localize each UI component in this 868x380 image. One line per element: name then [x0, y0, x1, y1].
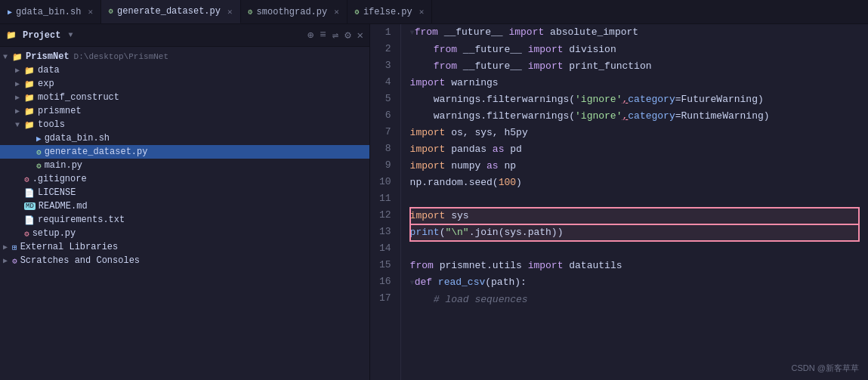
generate-file-icon: ⚙ [36, 147, 42, 157]
generate-label: generate_dataset.py [45, 147, 148, 157]
tree-item-gitignore[interactable]: ▶ ⚙ .gitignore [0, 172, 369, 186]
dropdown-arrow-icon: ▼ [68, 31, 73, 39]
tab-close-smooth[interactable]: ✕ [334, 7, 339, 17]
tab-close-generate[interactable]: ✕ [227, 7, 233, 17]
tree-item-prismnet-pkg[interactable]: ▶ 📁 prismnet [0, 104, 369, 118]
folder-icon-header: 📁 [6, 30, 17, 40]
ln-1: 1 [376, 24, 394, 41]
line-numbers: 1 2 3 4 5 6 7 8 9 10 11 12 13 14 15 16 1 [370, 24, 401, 380]
tab-close-gdata[interactable]: ✕ [88, 7, 93, 17]
exp-label: exp [38, 79, 54, 89]
py-file-icon-active: ⚙ [109, 7, 113, 16]
license-label: LICENSE [38, 187, 76, 198]
tree-item-external[interactable]: ▶ ⊞ External Libraries [0, 240, 369, 254]
code-line-4: import warnings [410, 75, 859, 91]
sidebar-title: Project [23, 30, 60, 41]
sidebar-tree: ▼ 📁 PrismNet D:\desktop\PrismNet ▶ 📁 dat… [0, 47, 369, 380]
code-line-2: from __future__ import division [410, 42, 859, 58]
code-line-11 [410, 191, 859, 208]
ln-4: 4 [376, 74, 394, 91]
tree-item-data[interactable]: ▶ 📁 data [0, 63, 369, 77]
sidebar-settings-icon[interactable]: ⚙ [344, 29, 351, 42]
prismnet-folder-icon: 📁 [12, 52, 23, 62]
tab-label-ifelse: ifelse.py [363, 7, 412, 17]
code-content[interactable]: 1 2 3 4 5 6 7 8 9 10 11 12 13 14 15 16 1 [370, 24, 868, 380]
code-line-15: from prismnet.utils import datautils [410, 258, 859, 274]
license-file-icon: 📄 [24, 188, 35, 198]
code-line-17: # load sequences [410, 292, 859, 308]
code-line-14 [410, 241, 859, 258]
tree-item-prismnet[interactable]: ▼ 📁 PrismNet D:\desktop\PrismNet [0, 50, 369, 63]
tree-item-requirements[interactable]: ▶ 📄 requirements.txt [0, 213, 369, 227]
tab-generate-dataset[interactable]: ⚙ generate_dataset.py ✕ [101, 0, 240, 23]
code-line-5: warnings.filterwarnings('ignore',categor… [410, 91, 859, 108]
tree-item-gdata-bin[interactable]: ▶ ▶ gdata_bin.sh [0, 131, 369, 145]
prismnet-pkg-folder-icon: 📁 [24, 107, 35, 116]
py-file-icon-ifelse: ⚙ [355, 8, 360, 17]
tab-bar: ▶ gdata_bin.sh ✕ ⚙ generate_dataset.py ✕… [0, 0, 868, 24]
ext-expand-arrow: ▶ [3, 243, 12, 252]
ln-7: 7 [376, 124, 394, 141]
code-line-6: warnings.filterwarnings('ignore',categor… [410, 108, 859, 125]
exp-folder-icon: 📁 [24, 79, 35, 89]
sidebar-locate-icon[interactable]: ⊕ [307, 29, 314, 42]
tree-item-readme[interactable]: ▶ MD README.md [0, 199, 369, 213]
ln-10: 10 [376, 174, 394, 190]
ln-5: 5 [376, 91, 394, 107]
gdata-label: gdata_bin.sh [45, 133, 110, 144]
code-line-12: import sys [410, 208, 859, 224]
sh-file-icon: ▶ [8, 8, 12, 17]
setup-file-icon: ⚙ [24, 229, 29, 239]
ln-14: 14 [376, 240, 394, 257]
ext-library-icon: ⊞ [12, 243, 17, 252]
tab-gdata-bin[interactable]: ▶ gdata_bin.sh ✕ [0, 0, 101, 23]
scratches-icon: ⚙ [12, 256, 17, 266]
readme-file-icon: MD [24, 202, 36, 210]
tab-label-smooth: smoothgrad.py [257, 7, 328, 17]
main-py-label: main.py [45, 160, 82, 171]
sidebar-expand-icon[interactable]: ⇌ [332, 29, 338, 42]
tree-item-main-py[interactable]: ▶ ⚙ main.py [0, 159, 369, 172]
ln-16: 16 [376, 273, 394, 290]
setup-label: setup.py [32, 228, 76, 239]
tab-label-gdata: gdata_bin.sh [16, 7, 81, 17]
external-label: External Libraries [20, 242, 119, 252]
prismnet-pkg-label: prismnet [38, 106, 82, 116]
py-file-icon-smooth: ⚙ [249, 8, 253, 17]
code-line-7: import os, sys, h5py [410, 125, 859, 141]
prismnet-label: PrismNet [26, 51, 70, 62]
tree-item-generate-dataset[interactable]: ▶ ⚙ generate_dataset.py [0, 145, 369, 159]
gitignore-label: .gitignore [32, 174, 87, 184]
code-line-10: np.random.seed(100) [410, 175, 859, 191]
requirements-label: requirements.txt [38, 215, 125, 225]
tab-smoothgrad[interactable]: ⚙ smoothgrad.py ✕ [241, 0, 348, 23]
tab-close-ifelse[interactable]: ✕ [419, 7, 425, 17]
ln-13: 13 [376, 224, 394, 240]
git-file-icon: ⚙ [24, 175, 29, 184]
tree-item-setup[interactable]: ▶ ⚙ setup.py [0, 227, 369, 240]
code-line-1: ▼from __future__ import absolute_import [410, 24, 859, 42]
scratch-expand-arrow: ▶ [3, 256, 12, 265]
ln-17: 17 [376, 290, 394, 307]
code-line-16: ▼def read_csv(path): [410, 274, 859, 292]
tree-item-scratches[interactable]: ▶ ⚙ Scratches and Consoles [0, 254, 369, 267]
tree-item-motif[interactable]: ▶ 📁 motif_construct [0, 91, 369, 104]
tab-ifelse[interactable]: ⚙ ifelse.py ✕ [348, 0, 432, 23]
sidebar-close-icon[interactable]: ✕ [357, 29, 363, 42]
ln-12: 12 [376, 207, 394, 224]
tree-item-tools[interactable]: ▼ 📁 tools [0, 118, 369, 131]
motif-expand-arrow: ▶ [15, 93, 24, 102]
sidebar-collapse-icon[interactable]: ≡ [320, 29, 326, 42]
gdata-file-icon: ▶ [36, 134, 42, 144]
tree-item-exp[interactable]: ▶ 📁 exp [0, 77, 369, 91]
code-line-9: import numpy as np [410, 158, 859, 175]
scratches-label: Scratches and Consoles [20, 255, 140, 266]
prismnet-pkg-expand-arrow: ▶ [15, 107, 24, 116]
tree-item-license[interactable]: ▶ 📄 LICENSE [0, 186, 369, 199]
main-file-icon: ⚙ [36, 161, 42, 171]
prismnet-expand-arrow: ▼ [3, 53, 12, 61]
req-file-icon: 📄 [24, 215, 35, 225]
ln-2: 2 [376, 41, 394, 57]
data-folder-icon: 📁 [24, 66, 35, 76]
code-line-3: from __future__ import print_function [410, 58, 859, 75]
